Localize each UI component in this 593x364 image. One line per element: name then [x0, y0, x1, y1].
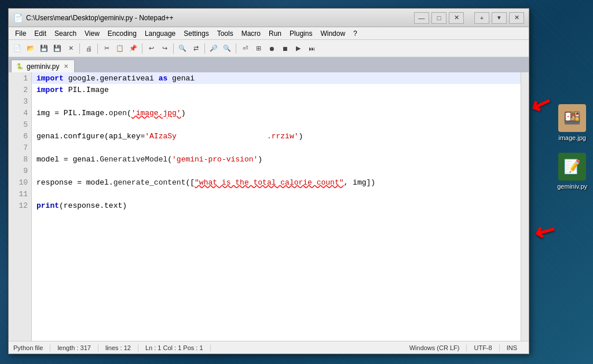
status-mode: INS	[500, 344, 524, 351]
tb-indent[interactable]: ⊞	[252, 42, 265, 55]
status-filetype: Python file	[13, 344, 50, 351]
menu-search[interactable]: Search	[50, 28, 80, 39]
toolbar: 📄 📂 💾 💾 ✕ 🖨 ✂ 📋 📌 ↩ ↪ 🔍 ⇄ 🔎 🔍 ⏎ ⊞ ⏺ ⏹	[9, 40, 529, 57]
status-lineending: Windows (CR LF)	[402, 344, 467, 351]
tb-zoomout[interactable]: 🔍	[221, 42, 233, 55]
desktop-icon-image[interactable]: image.jpg	[558, 104, 586, 141]
image-jpg-icon	[558, 104, 586, 132]
tab-bar: 🐍 geminiv.py ✕	[9, 57, 529, 72]
notepad-window: 📄 C:\Users\mear\Desktop\geminiv.py - Not…	[8, 8, 529, 354]
tb-macro-rec[interactable]: ⏺	[265, 42, 278, 55]
code-line-12: print(response.text)	[32, 200, 521, 211]
tab-icon: 🐍	[16, 63, 23, 69]
tb-sep-1	[79, 43, 80, 54]
menu-macro[interactable]: Macro	[237, 28, 265, 39]
desktop: ↙ ↙ image.jpg geminiv.py 📄 C:\Users\mear…	[0, 0, 593, 364]
menu-view[interactable]: View	[80, 28, 104, 39]
python-file-label: geminiv.py	[557, 183, 587, 190]
close-button[interactable]: ✕	[449, 12, 464, 24]
tb-copy[interactable]: 📋	[114, 42, 126, 55]
line-num-1: 1	[9, 72, 31, 84]
line-num-4: 4	[9, 107, 31, 119]
tab-geminiv[interactable]: 🐍 geminiv.py ✕	[11, 60, 75, 72]
menu-language[interactable]: Language	[141, 28, 180, 39]
status-length: length : 317	[50, 344, 98, 351]
tb-replace[interactable]: ⇄	[189, 42, 202, 55]
status-position: Ln : 1 Col : 1 Pos : 1	[138, 344, 211, 351]
line-num-12: 12	[9, 200, 31, 211]
status-encoding: UTF-8	[467, 344, 499, 351]
code-line-1: import google.generativeai as genai	[32, 72, 521, 84]
tab-dropdown-button[interactable]: ▾	[492, 12, 507, 24]
code-line-11	[32, 188, 521, 200]
line-num-2: 2	[9, 84, 31, 95]
maximize-button[interactable]: □	[431, 12, 446, 24]
close-all-button[interactable]: ✕	[509, 12, 524, 24]
code-line-9	[32, 165, 521, 177]
code-line-7	[32, 142, 521, 153]
menu-tools[interactable]: Tools	[213, 28, 237, 39]
menu-help[interactable]: ?	[349, 28, 361, 39]
tb-wordwrap[interactable]: ⏎	[239, 42, 251, 55]
new-tab-button[interactable]: +	[474, 12, 489, 24]
tb-find[interactable]: 🔍	[176, 42, 189, 55]
menu-edit[interactable]: Edit	[30, 28, 50, 39]
tb-paste[interactable]: 📌	[127, 42, 140, 55]
editor-area[interactable]: 1 2 3 4 5 6 7 8 9 10 11 12 import google…	[9, 72, 529, 341]
tb-save[interactable]: 💾	[38, 42, 50, 55]
code-editor[interactable]: import google.generativeai as genai impo…	[32, 72, 521, 341]
line-num-5: 5	[9, 119, 31, 130]
tb-close[interactable]: ✕	[64, 42, 77, 55]
line-num-9: 9	[9, 165, 31, 177]
kw-import-2: import	[36, 86, 64, 94]
menu-plugins[interactable]: Plugins	[285, 28, 316, 39]
tb-new[interactable]: 📄	[11, 42, 24, 55]
menu-run[interactable]: Run	[265, 28, 285, 39]
line-num-3: 3	[9, 95, 31, 107]
tb-open[interactable]: 📂	[24, 42, 37, 55]
menu-settings[interactable]: Settings	[180, 28, 213, 39]
arrow-icon-2: ↙	[529, 214, 561, 249]
tab-close-button[interactable]: ✕	[63, 62, 69, 70]
tb-zoomin[interactable]: 🔎	[207, 42, 220, 55]
tb-macro-run[interactable]: ⏭	[305, 42, 318, 55]
line-numbers: 1 2 3 4 5 6 7 8 9 10 11 12	[9, 72, 32, 341]
desktop-icon-python[interactable]: geminiv.py	[557, 153, 587, 190]
tb-cut[interactable]: ✂	[100, 42, 113, 55]
tb-print[interactable]: 🖨	[82, 42, 95, 55]
desktop-icons: image.jpg geminiv.py	[557, 104, 587, 190]
code-line-6: genai.configure(api_key='AIzaSy .rrziw')	[32, 130, 521, 142]
menu-encoding[interactable]: Encoding	[104, 28, 141, 39]
line-num-7: 7	[9, 142, 31, 153]
tb-sep-4	[173, 43, 174, 54]
code-line-10: response = model.generate_content(["what…	[32, 177, 521, 188]
tb-macro-play[interactable]: ▶	[292, 42, 305, 55]
menu-bar: File Edit Search View Encoding Language …	[9, 27, 529, 40]
tb-sep-6	[236, 43, 236, 54]
code-line-4: img = PIL.Image.open('image.jpg')	[32, 107, 521, 119]
title-bar: 📄 C:\Users\mear\Desktop\geminiv.py - Not…	[9, 9, 529, 27]
arrow-icon-1: ↙	[527, 87, 556, 120]
python-file-icon	[558, 153, 586, 181]
vertical-scrollbar[interactable]	[521, 72, 529, 341]
menu-file[interactable]: File	[11, 28, 30, 39]
tb-undo[interactable]: ↩	[145, 42, 158, 55]
tab-label: geminiv.py	[27, 62, 59, 71]
tb-saveall[interactable]: 💾	[51, 42, 64, 55]
tb-sep-2	[97, 43, 98, 54]
status-bar: Python file length : 317 lines : 12 Ln :…	[9, 341, 529, 354]
tb-sep-3	[142, 43, 142, 54]
line-num-10: 10	[9, 177, 31, 188]
code-line-8: model = genai.GenerativeModel('gemini-pr…	[32, 153, 521, 165]
minimize-button[interactable]: —	[414, 12, 429, 24]
line-num-6: 6	[9, 130, 31, 142]
kw-import-1: import	[36, 74, 64, 83]
tb-redo[interactable]: ↪	[158, 42, 171, 55]
app-icon: 📄	[13, 13, 23, 23]
menu-window[interactable]: Window	[316, 28, 349, 39]
code-line-2: import PIL.Image	[32, 84, 521, 95]
line-num-8: 8	[9, 153, 31, 165]
code-line-5	[32, 119, 521, 130]
window-title: C:\Users\mear\Desktop\geminiv.py - Notep…	[26, 14, 414, 22]
tb-macro-stop[interactable]: ⏹	[279, 42, 291, 55]
